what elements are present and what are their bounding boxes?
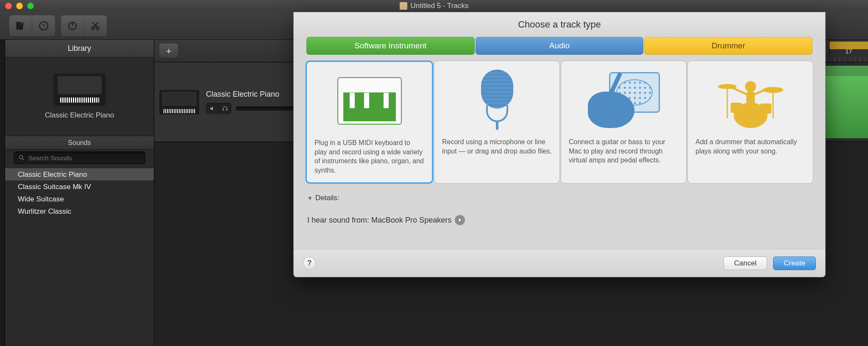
track-monitor-buttons (206, 103, 231, 114)
instrument-thumbnail (54, 74, 105, 104)
new-track-dialog: Choose a track type Software Instrument … (293, 12, 826, 277)
button-label: Cancel (734, 259, 757, 268)
editors-button[interactable] (84, 15, 107, 36)
sound-item-classic-electric-piano[interactable]: Classic Electric Piano (5, 168, 154, 181)
button-label: Create (784, 259, 805, 268)
card-description: Plug in a USB MIDI keyboard to play and … (314, 138, 424, 175)
cancel-button[interactable]: Cancel (723, 257, 767, 270)
tab-label: Software Instrument (354, 41, 426, 50)
help-button[interactable]: ? (303, 257, 316, 270)
headphones-icon (222, 106, 228, 112)
window-title: Untitled 5 - Tracks (411, 2, 469, 10)
library-sidebar: Library Classic Electric Piano Sounds Cl… (5, 40, 154, 346)
guitar-amp-icon (569, 69, 679, 131)
dial-icon (67, 20, 78, 31)
card-drummer[interactable]: Add a drummer that automatically plays a… (687, 61, 813, 184)
svg-point-9 (19, 156, 23, 159)
close-window-button[interactable] (5, 3, 12, 9)
search-sounds-field[interactable] (14, 151, 145, 164)
card-description: Record using a microphone or line input … (442, 137, 552, 156)
output-device-row: I hear sound from: MacBook Pro Speakers (294, 206, 825, 234)
books-icon (15, 20, 26, 31)
sound-item-label: Wurlitzer Classic (18, 207, 71, 216)
output-device-next-button[interactable] (455, 215, 465, 225)
search-input[interactable] (28, 154, 141, 162)
tab-label: Drummer (712, 41, 745, 50)
timeline-marker: 17 (845, 47, 852, 55)
dialog-footer: ? Cancel Create (294, 249, 825, 277)
library-toggle-button[interactable] (9, 15, 32, 36)
create-button[interactable]: Create (773, 257, 816, 270)
details-label: Details: (315, 194, 339, 202)
window-titlebar: Untitled 5 - Tracks (0, 0, 868, 12)
card-audio-mic[interactable]: Record using a microphone or line input … (434, 61, 560, 184)
svg-rect-2 (20, 22, 23, 30)
input-monitor-button[interactable] (219, 103, 231, 114)
track-type-tabs: Software Instrument Audio Drummer (294, 37, 825, 55)
svg-rect-20 (731, 103, 742, 113)
card-description: Connect a guitar or bass to your Mac to … (569, 137, 679, 165)
scissors-icon (90, 20, 101, 31)
microphone-icon (442, 69, 552, 131)
drummer-icon (696, 69, 805, 131)
svg-text:?: ? (42, 22, 45, 29)
mute-button[interactable] (206, 103, 219, 114)
chevron-right-icon (457, 218, 462, 223)
minimize-window-button[interactable] (16, 3, 23, 9)
piano-icon (314, 70, 424, 132)
sound-item-label: Wide Suitcase (18, 195, 64, 204)
svg-rect-11 (223, 109, 224, 111)
add-track-button[interactable]: ＋ (159, 44, 178, 58)
library-instrument-preview: Classic Electric Piano (5, 58, 154, 136)
sound-item-wurlitzer-classic[interactable]: Wurlitzer Classic (5, 205, 154, 218)
left-gutter (0, 40, 5, 346)
document-icon (400, 2, 407, 10)
sound-item-label: Classic Suitcase Mk IV (18, 183, 91, 191)
sound-item-wide-suitcase[interactable]: Wide Suitcase (5, 193, 154, 205)
dialog-title: Choose a track type (294, 12, 825, 37)
details-disclosure[interactable]: ▼Details: (294, 191, 825, 206)
sound-list: Classic Electric Piano Classic Suitcase … (5, 166, 154, 346)
tab-software-instrument[interactable]: Software Instrument (306, 37, 475, 55)
tab-drummer[interactable]: Drummer (644, 37, 812, 55)
svg-line-10 (22, 159, 24, 160)
speaker-icon (209, 106, 215, 112)
track-type-cards: Plug in a USB MIDI keyboard to play and … (294, 55, 825, 191)
smart-controls-button[interactable] (61, 15, 84, 36)
library-header: Library (5, 40, 154, 58)
disclosure-triangle-icon: ▼ (307, 195, 313, 201)
svg-rect-12 (226, 109, 227, 111)
output-device-label: I hear sound from: MacBook Pro Speakers (307, 216, 451, 225)
search-icon (18, 154, 25, 161)
traffic-lights (5, 3, 34, 9)
instrument-name: Classic Electric Piano (45, 111, 114, 120)
sound-item-label: Classic Electric Piano (18, 170, 87, 179)
svg-point-17 (745, 81, 756, 92)
svg-rect-21 (760, 103, 771, 114)
svg-rect-1 (19, 22, 20, 29)
tab-audio[interactable]: Audio (476, 37, 644, 55)
help-label: ? (307, 259, 312, 268)
quick-help-button[interactable]: ? (32, 15, 55, 36)
help-circle-icon: ? (38, 20, 49, 31)
tab-label: Audio (549, 41, 570, 50)
timeline-ruler[interactable]: 17 (829, 40, 868, 62)
svg-rect-0 (17, 22, 18, 29)
card-description: Add a drummer that automatically plays a… (696, 137, 805, 156)
track-thumbnail (159, 90, 199, 114)
card-software-instrument[interactable]: Plug in a USB MIDI keyboard to play and … (306, 61, 433, 184)
card-audio-guitar[interactable]: Connect a guitar or bass to your Mac to … (561, 61, 687, 184)
sounds-header: Sounds (5, 136, 154, 150)
zoom-window-button[interactable] (27, 3, 34, 9)
sound-item-classic-suitcase-mk-iv[interactable]: Classic Suitcase Mk IV (5, 181, 154, 193)
